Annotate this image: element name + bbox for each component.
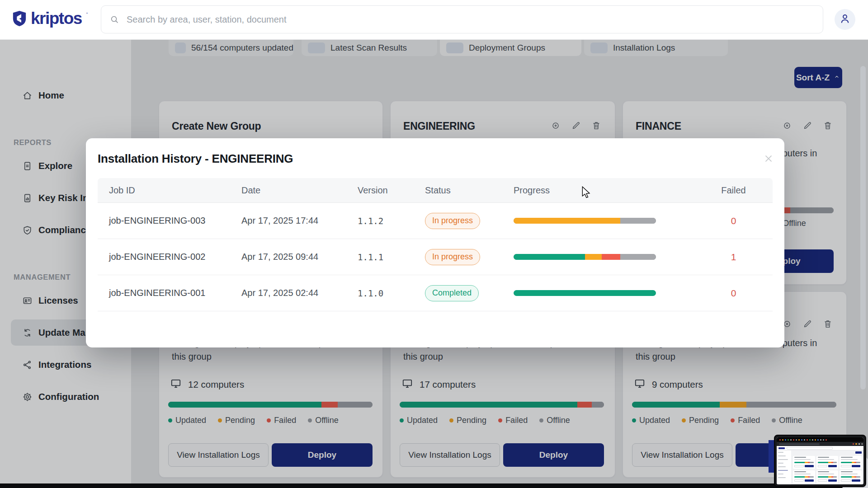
mini-search bbox=[787, 447, 833, 450]
mini-bookmarks-bar bbox=[777, 437, 863, 442]
mini-card-line bbox=[841, 471, 853, 472]
mini-deploy-button bbox=[828, 465, 837, 467]
mini-progress-segment bbox=[810, 462, 814, 463]
status-badge: In progress bbox=[425, 249, 480, 265]
search-input[interactable] bbox=[126, 14, 823, 25]
job-id-cell: job-ENGINEERING-003 bbox=[109, 216, 241, 226]
mini-buttons bbox=[794, 479, 814, 482]
mini-favicon bbox=[793, 439, 794, 441]
progress-cell bbox=[514, 254, 694, 260]
brand-logo[interactable]: kriptos · bbox=[12, 9, 88, 28]
column-header-date: Date bbox=[241, 185, 358, 196]
screen-preview-content bbox=[777, 437, 863, 484]
mini-progress-segment bbox=[794, 462, 805, 463]
version-cell: 1.1.2 bbox=[358, 216, 425, 226]
job-progress-bar bbox=[514, 290, 656, 296]
trademark-mark: · bbox=[86, 9, 88, 17]
brand-name: kriptos bbox=[31, 9, 82, 28]
scrollbar-thumb[interactable] bbox=[860, 66, 866, 389]
mini-control-dot bbox=[859, 443, 860, 445]
mini-deploy-button bbox=[852, 479, 860, 482]
version-cell: 1.1.1 bbox=[358, 252, 425, 262]
mini-group-card bbox=[793, 470, 815, 483]
mini-favicon bbox=[782, 439, 783, 441]
mini-card-line bbox=[794, 471, 806, 472]
column-header-progress: Progress bbox=[514, 185, 694, 196]
mini-group-card bbox=[840, 470, 862, 483]
progress-segment-pending bbox=[514, 218, 620, 224]
mini-progress-segment bbox=[833, 462, 837, 463]
mini-sidebar-line bbox=[778, 459, 788, 460]
mini-favicon bbox=[804, 439, 805, 441]
mini-favicon bbox=[823, 439, 824, 441]
status-badge: Completed bbox=[425, 285, 479, 301]
table-row: job-ENGINEERING-002Apr 17, 2025 09:441.1… bbox=[98, 239, 773, 275]
shield-logo-icon bbox=[12, 10, 27, 27]
mini-card-line bbox=[818, 474, 834, 474]
mini-control-dot bbox=[853, 443, 854, 445]
mini-card-line bbox=[841, 459, 857, 460]
mini-url-bar bbox=[777, 442, 863, 446]
mini-group-card bbox=[793, 456, 815, 469]
mini-ghost-button bbox=[841, 479, 850, 482]
mini-progress-bar bbox=[818, 476, 837, 478]
search-bar[interactable] bbox=[101, 5, 823, 33]
mini-progress-segment bbox=[833, 476, 837, 478]
failed-count-cell: 1 bbox=[694, 252, 773, 263]
close-icon[interactable] bbox=[763, 153, 774, 164]
bottom-edge-bar bbox=[0, 483, 868, 488]
mini-group-card bbox=[840, 456, 862, 469]
column-header-job-id: Job ID bbox=[109, 185, 241, 196]
mini-deploy-button bbox=[828, 479, 837, 482]
screen-preview-thumbnail[interactable] bbox=[774, 435, 866, 487]
mini-favicon bbox=[807, 439, 808, 441]
progress-segment-updated bbox=[514, 254, 585, 260]
mini-favicon bbox=[815, 439, 816, 441]
job-progress-bar bbox=[514, 254, 656, 260]
mini-favicon bbox=[809, 439, 811, 441]
mini-logo bbox=[778, 447, 785, 449]
mini-progress-segment bbox=[856, 462, 860, 463]
mini-progress-segment bbox=[841, 476, 851, 478]
table-row: job-ENGINEERING-001Apr 17, 2025 02:441.1… bbox=[98, 275, 773, 311]
mini-buttons bbox=[818, 479, 837, 482]
installation-history-modal: Installation History - ENGINEERING Job I… bbox=[86, 138, 784, 347]
job-id-cell: job-ENGINEERING-002 bbox=[109, 252, 241, 262]
mini-favicon bbox=[790, 439, 792, 441]
job-progress-bar bbox=[514, 218, 656, 224]
mini-ghost-button bbox=[818, 479, 827, 482]
mini-favicon bbox=[785, 439, 786, 441]
mini-favicon bbox=[812, 439, 813, 441]
mini-deploy-button bbox=[805, 479, 813, 482]
progress-segment-failed bbox=[602, 254, 620, 260]
mini-ghost-button bbox=[818, 465, 827, 467]
mini-sidebar-line bbox=[778, 470, 788, 471]
mini-favicon bbox=[826, 439, 827, 441]
user-avatar-button[interactable] bbox=[835, 9, 855, 30]
mini-buttons bbox=[841, 479, 860, 482]
mini-control-dot bbox=[855, 443, 857, 445]
mini-card-line bbox=[841, 474, 857, 474]
mini-progress-segment bbox=[818, 476, 828, 478]
modal-title: Installation History - ENGINEERING bbox=[98, 152, 293, 166]
mini-sidebar-line bbox=[778, 452, 783, 453]
mini-progress-bar bbox=[794, 462, 814, 463]
column-header-status: Status bbox=[425, 185, 514, 196]
mini-url-pill bbox=[779, 443, 820, 445]
mini-progress-bar bbox=[818, 462, 837, 463]
mini-favicon bbox=[820, 439, 821, 441]
mini-group-card bbox=[816, 456, 839, 469]
mini-app-body bbox=[777, 450, 863, 484]
table-body: job-ENGINEERING-003Apr 17, 2025 17:441.1… bbox=[98, 203, 773, 311]
top-bar: kriptos · bbox=[0, 0, 868, 39]
mini-ghost-button bbox=[794, 479, 804, 482]
status-cell: Completed bbox=[425, 285, 514, 301]
column-header-version: Version bbox=[358, 185, 425, 196]
date-cell: Apr 17, 2025 02:44 bbox=[241, 288, 358, 298]
mini-ghost-button bbox=[841, 465, 850, 467]
mini-progress-segment bbox=[818, 462, 828, 463]
mini-progress-bar bbox=[794, 476, 814, 478]
mini-card-line bbox=[818, 471, 830, 472]
mini-favicon bbox=[788, 439, 789, 441]
person-icon bbox=[839, 12, 851, 27]
